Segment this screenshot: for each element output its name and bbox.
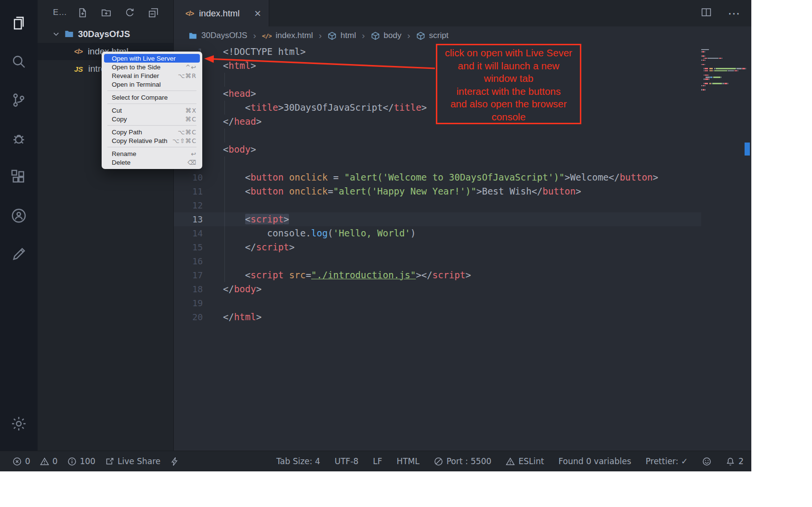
menu-item-delete[interactable]: Delete⌫ — [104, 158, 200, 167]
menu-item-label: Open with Live Server — [112, 55, 176, 62]
folder-row-30daysofjs[interactable]: 30DaysOfJS — [38, 25, 173, 43]
more-actions-icon[interactable]: ⋯ — [728, 6, 741, 21]
status-0[interactable]: 0 — [13, 456, 30, 466]
activity-bar — [0, 0, 38, 451]
activity-live-share[interactable] — [0, 197, 38, 236]
menu-item-label: Copy Relative Path — [112, 137, 168, 144]
close-tab-icon[interactable]: × — [254, 8, 261, 19]
menu-item-select-for-compare[interactable]: Select for Compare — [104, 93, 200, 102]
folder-icon — [64, 29, 74, 39]
line-text: <script> — [203, 212, 289, 226]
line-text: <script src="./introduction.js"></script… — [203, 268, 471, 282]
activity-settings[interactable] — [0, 405, 38, 444]
status-2[interactable]: 2 — [726, 456, 744, 466]
breadcrumb-separator: › — [407, 30, 410, 41]
minimap[interactable] — [701, 49, 744, 91]
status-label: ESLint — [518, 456, 544, 466]
status-html[interactable]: HTML — [397, 456, 419, 466]
menu-item-open-in-terminal[interactable]: Open in Terminal — [104, 80, 200, 89]
code-line-4: 4<head> — [174, 87, 701, 101]
status-port-5500[interactable]: Port : 5500 — [434, 456, 492, 466]
status-0[interactable]: 0 — [40, 456, 58, 466]
status-found-0-variables[interactable]: Found 0 variables — [559, 456, 631, 466]
code-line-12: 12 — [174, 198, 701, 212]
line-text: </body> — [203, 282, 262, 296]
activity-search[interactable] — [0, 43, 38, 82]
indent-guide — [224, 73, 225, 87]
warning-icon — [40, 457, 49, 466]
tab-index-html[interactable]: </> index.html × — [174, 0, 269, 26]
line-text — [203, 296, 223, 310]
menu-item-rename[interactable]: Rename↩ — [104, 149, 200, 158]
menu-item-open-with-live-server[interactable]: Open with Live Server — [104, 54, 200, 63]
breadcrumb-item-index-html[interactable]: </>index.html — [262, 29, 313, 43]
menu-item-reveal-in-finder[interactable]: Reveal in Finder⌥⌘R — [104, 71, 200, 80]
overview-ruler-marker — [745, 143, 750, 156]
status-utf-8[interactable]: UTF-8 — [335, 456, 359, 466]
menu-item-label: Rename — [112, 150, 136, 157]
menu-item-shortcut: ⌥⌘C — [178, 129, 196, 136]
new-file-icon[interactable] — [78, 8, 88, 18]
code-file-icon: </> — [262, 29, 272, 43]
code-line-14: 14 console.log('Hello, World') — [174, 226, 701, 240]
code-line-11: 11 <button onclick="alert('Happy New Yea… — [174, 184, 701, 198]
code-editor[interactable]: 1<!DOCTYPE html>2<html>34<head>5 <title>… — [174, 45, 751, 451]
activity-run-debug[interactable] — [0, 120, 38, 159]
status-eslint[interactable]: ESLint — [506, 456, 544, 466]
breadcrumb-separator: › — [253, 30, 256, 41]
activity-feedback[interactable] — [0, 236, 38, 274]
info-icon — [67, 457, 77, 466]
status-lf[interactable]: LF — [373, 456, 382, 466]
new-folder-icon[interactable] — [101, 8, 111, 18]
breadcrumb-item-body[interactable]: body — [371, 31, 402, 40]
status-label: UTF-8 — [335, 456, 359, 466]
menu-item-cut[interactable]: Cut⌘X — [104, 106, 200, 115]
html-file-icon: </> — [185, 10, 194, 17]
menu-item-label: Copy Path — [112, 129, 142, 136]
line-number: 18 — [174, 282, 203, 296]
menu-item-open-to-the-side[interactable]: Open to the Side^↩ — [104, 63, 200, 71]
status-live-share[interactable]: Live Share — [105, 456, 160, 466]
activity-source-control[interactable] — [0, 82, 38, 120]
line-text — [203, 254, 223, 268]
status-100[interactable]: 100 — [67, 456, 95, 466]
menu-item-copy[interactable]: Copy⌘C — [104, 115, 200, 123]
code-line-7: 7 — [174, 129, 701, 143]
status-prettier[interactable]: Prettier: ✓ — [646, 456, 688, 466]
menu-item-label: Open to the Side — [112, 64, 160, 71]
menu-item-label: Open in Terminal — [112, 81, 161, 88]
menu-item-label: Reveal in Finder — [112, 72, 159, 79]
status-label: Live Share — [118, 456, 160, 466]
status-label: 2 — [738, 456, 744, 466]
menu-separator — [107, 125, 196, 126]
context-menu: Open with Live ServerOpen to the Side^↩R… — [102, 52, 202, 169]
menu-item-shortcut: ^↩ — [185, 64, 196, 71]
menu-item-label: Copy — [112, 116, 127, 123]
menu-item-copy-path[interactable]: Copy Path⌥⌘C — [104, 128, 200, 136]
status-tab-size-4[interactable]: Tab Size: 4 — [276, 456, 320, 466]
line-number: 13 — [174, 212, 203, 226]
status-bolt[interactable] — [170, 457, 179, 466]
activity-extensions[interactable] — [0, 159, 38, 197]
status-label: LF — [373, 456, 382, 466]
collapse-all-icon[interactable] — [148, 8, 158, 18]
feedback-icon — [10, 246, 27, 265]
breadcrumb-item-script[interactable]: script — [416, 31, 449, 40]
breadcrumb-label: script — [429, 31, 449, 40]
refresh-icon[interactable] — [125, 8, 135, 18]
code-line-13: 13 <script> — [174, 212, 701, 226]
code-line-20: 20</html> — [174, 310, 701, 324]
line-text: <button onclick="alert('Happy New Year!'… — [203, 184, 581, 198]
status-smiley[interactable] — [702, 457, 711, 466]
activity-explorer[interactable] — [0, 5, 38, 43]
split-editor-icon[interactable] — [700, 6, 712, 20]
line-text: </head> — [203, 115, 262, 129]
menu-item-copy-relative-path[interactable]: Copy Relative Path⌥⇧⌘C — [104, 136, 200, 145]
editor-group: </> index.html × ⋯ 30DaysOfJS›</>index.h… — [173, 0, 751, 451]
breadcrumb-item-html[interactable]: html — [327, 31, 356, 40]
folder-icon — [188, 31, 197, 40]
breadcrumb-item-30daysofjs[interactable]: 30DaysOfJS — [188, 31, 247, 40]
line-text — [203, 129, 223, 143]
explorer-header: E… — [38, 0, 173, 25]
line-text — [203, 156, 223, 170]
